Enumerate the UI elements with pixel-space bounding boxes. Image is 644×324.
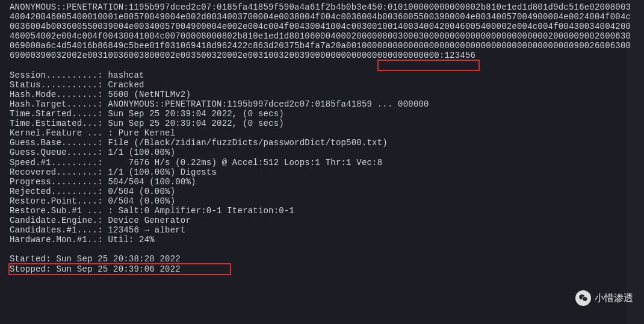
rejected-line: Rejected.........: 0/504 (0.00%) <box>10 187 634 196</box>
hwmon-value: Util: 24% <box>108 235 154 245</box>
hashtarget-value: ANONYMOUS::PENETRATION:1195b997dced2c07:… <box>108 99 429 109</box>
speed-label: Speed.#1.........: <box>10 158 108 167</box>
wechat-icon <box>575 290 591 306</box>
guessbase-label: Guess.Base.......: <box>10 138 108 148</box>
candidates-label: Candidates.#1....: <box>10 225 108 235</box>
hashmode-line: Hash.Mode........: 5600 (NetNTLMv2) <box>10 90 634 99</box>
speed-value: 7676 H/s (0.22ms) @ Accel:512 Loops:1 Th… <box>108 158 382 167</box>
session-value: hashcat <box>108 70 144 80</box>
rejected-value: 0/504 (0.00%) <box>108 187 175 196</box>
started-line: Started: Sun Sep 25 20:38:28 2022 <box>10 254 634 264</box>
guessbase-line: Guess.Base.......: File (/Black/zidian/f… <box>10 138 634 148</box>
watermark-text: 小惜渗透 <box>595 293 633 304</box>
session-line: Session..........: hashcat <box>10 70 634 80</box>
hardwaremon-line: Hardware.Mon.#1..: Util: 24% <box>10 235 634 245</box>
guessbase-value: File (/Black/zidian/fuzzDicts/passwordDi… <box>108 138 387 148</box>
timeest-label: Time.Estimated...: <box>10 119 108 128</box>
recovered-label: Recovered........: <box>10 167 108 177</box>
kernelfeat-label: Kernel.Feature ... : <box>10 128 119 138</box>
progress-line: Progress.........: 504/504 (100.00%) <box>10 177 634 187</box>
hashtarget-line: Hash.Target......: ANONYMOUS::PENETRATIO… <box>10 99 634 109</box>
restoresub-line: Restore.Sub.#1 ... : Salt:0 Amplifier:0-… <box>10 206 634 216</box>
status-line: Status...........: Cracked <box>10 80 634 90</box>
hashmode-label: Hash.Mode........: <box>10 90 108 99</box>
status-label: Status...........: <box>10 80 108 90</box>
restoresub-label: Restore.Sub.#1 ... : <box>10 206 119 216</box>
recovered-line: Recovered........: 1/1 (100.00%) Digests <box>10 167 634 177</box>
timestarted-line: Time.Started.....: Sun Sep 25 20:39:04 2… <box>10 109 634 119</box>
recovered-value: 1/1 (100.00%) Digests <box>108 167 217 177</box>
progress-value: 504/504 (100.00%) <box>108 177 196 187</box>
kernelfeature-line: Kernel.Feature ... : Pure Kernel <box>10 128 634 138</box>
guessqueue-line: Guess.Queue......: 1/1 (100.00%) <box>10 148 634 157</box>
stopped-line: Stopped: Sun Sep 25 20:39:06 2022 <box>10 264 634 274</box>
restorepoint-value: 0/504 (0.00%) <box>108 196 175 206</box>
progress-label: Progress.........: <box>10 177 108 187</box>
hwmon-label: Hardware.Mon.#1..: <box>10 235 108 245</box>
stopped-label: Stopped: <box>10 264 56 274</box>
candidateengine-line: Candidate.Engine.: Device Generator <box>10 216 634 225</box>
hash-dump-block: ANONYMOUS::PENETRATION:1195b997dced2c07:… <box>10 2 634 61</box>
blank-line-2 <box>10 245 634 254</box>
session-label: Session..........: <box>10 70 108 80</box>
timeest-value: Sun Sep 25 20:39:04 2022, (0 secs) <box>108 119 283 128</box>
candengine-value: Device Generator <box>108 216 191 225</box>
started-value: Sun Sep 25 20:38:28 2022 <box>56 254 180 264</box>
blank-line <box>10 61 634 70</box>
guessqueue-value: 1/1 (100.00%) <box>108 148 175 157</box>
candidates-value: 123456 → albert <box>108 225 185 235</box>
candidates-line: Candidates.#1....: 123456 → albert <box>10 225 634 235</box>
watermark: 小惜渗透 <box>575 290 633 306</box>
timestarted-value: Sun Sep 25 20:39:04 2022, (0 secs) <box>108 109 283 119</box>
stopped-value: Sun Sep 25 20:39:06 2022 <box>56 264 180 274</box>
restorepoint-line: Restore.Point....: 0/504 (0.00%) <box>10 196 634 206</box>
restorepoint-label: Restore.Point....: <box>10 196 108 206</box>
speed-line: Speed.#1.........: 7676 H/s (0.22ms) @ A… <box>10 158 634 167</box>
kernelfeat-value: Pure Kernel <box>119 128 176 138</box>
status-value: Cracked <box>108 80 144 90</box>
timeestimated-line: Time.Estimated...: Sun Sep 25 20:39:04 2… <box>10 119 634 128</box>
rejected-label: Rejected.........: <box>10 187 108 196</box>
hashtarget-label: Hash.Target......: <box>10 99 108 109</box>
candengine-label: Candidate.Engine.: <box>10 216 108 225</box>
restoresub-value: Salt:0 Amplifier:0-1 Iteration:0-1 <box>119 206 294 216</box>
hashmode-value: 5600 (NetNTLMv2) <box>108 90 191 99</box>
guessqueue-label: Guess.Queue......: <box>10 148 108 157</box>
started-label: Started: <box>10 254 56 264</box>
timestarted-label: Time.Started.....: <box>10 109 108 119</box>
